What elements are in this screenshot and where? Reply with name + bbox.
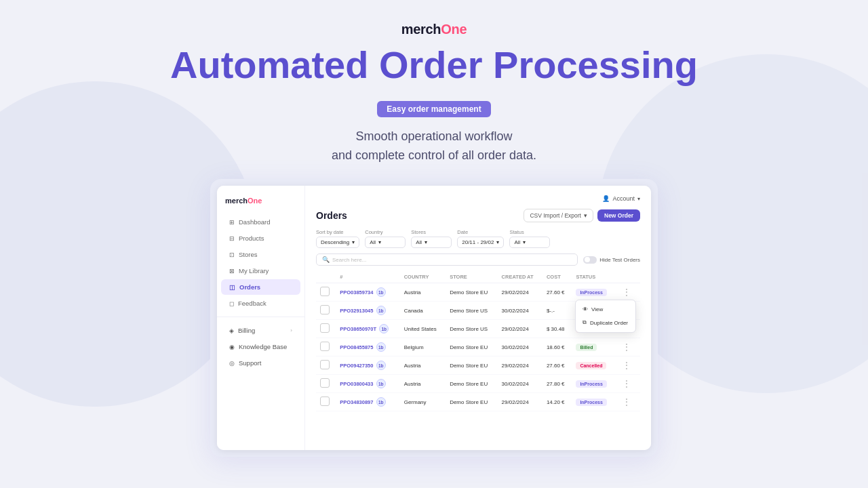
library-icon: ⊠ bbox=[229, 268, 235, 274]
new-order-button[interactable]: New Order bbox=[597, 209, 640, 222]
easy-order-badge: Easy order management bbox=[377, 101, 490, 117]
more-options-button[interactable]: ⋮ bbox=[620, 286, 633, 298]
orders-table: # COUNTRY STORE CREATED AT COST STATUS P… bbox=[316, 271, 640, 411]
status-select[interactable]: All ▾ bbox=[509, 237, 550, 248]
row-cost: 27.60 € bbox=[542, 357, 572, 375]
filters-row: Sort by date Descending ▾ Country All ▾ bbox=[316, 229, 640, 248]
stores-icon: ⊡ bbox=[229, 251, 235, 258]
products-icon: ⊟ bbox=[229, 235, 235, 242]
col-checkbox bbox=[316, 271, 336, 283]
row-actions[interactable]: ⋮ bbox=[616, 393, 640, 411]
col-store: STORE bbox=[446, 271, 497, 283]
order-id[interactable]: PPO03859734 bbox=[340, 289, 373, 296]
row-checkbox[interactable] bbox=[320, 287, 330, 296]
search-box[interactable]: 🔍 Search here... bbox=[316, 253, 578, 266]
duplicate-icon: ⧉ bbox=[583, 319, 587, 326]
status-badge: InProcess bbox=[576, 289, 606, 296]
order-id[interactable]: PPO03800433 bbox=[340, 381, 373, 387]
row-checkbox[interactable] bbox=[320, 342, 330, 351]
more-options-button[interactable]: ⋮ bbox=[620, 341, 633, 353]
date-filter: Date 20/11 - 29/02 ▾ bbox=[457, 229, 504, 248]
sidebar-item-label: Products bbox=[239, 235, 264, 242]
order-id[interactable]: PPO34830897 bbox=[340, 399, 373, 405]
row-created: 29/02/2024 bbox=[498, 320, 542, 338]
row-checkbox-cell bbox=[316, 320, 336, 338]
billing-icon: ◈ bbox=[229, 327, 234, 334]
date-select[interactable]: 20/11 - 29/02 ▾ bbox=[457, 237, 504, 248]
row-cost: 14.20 € bbox=[542, 393, 572, 411]
sidebar-item-stores[interactable]: ⊡ Stores bbox=[221, 247, 300, 262]
row-actions[interactable]: ⋮ bbox=[616, 357, 640, 375]
sidebar-item-library[interactable]: ⊠ My Library bbox=[221, 263, 300, 279]
table-row[interactable]: PPO34830897 1b Germany Demo Store EU 29/… bbox=[316, 393, 640, 411]
more-options-button[interactable]: ⋮ bbox=[620, 396, 633, 408]
knowledge-icon: ◉ bbox=[229, 344, 235, 350]
row-actions[interactable]: ⋮ bbox=[616, 283, 640, 302]
row-store: Demo Store EU bbox=[446, 393, 497, 411]
sidebar-item-feedback[interactable]: ◻ Feedback bbox=[221, 296, 300, 311]
status-badge: InProcess bbox=[576, 380, 606, 388]
context-menu-view[interactable]: 👁 View bbox=[576, 303, 635, 316]
toggle-switch[interactable] bbox=[583, 256, 597, 264]
row-created: 29/02/2024 bbox=[498, 393, 542, 411]
billing-expand-icon: › bbox=[290, 327, 292, 333]
table-row[interactable]: PPO03800433 1b Austria Demo Store EU 30/… bbox=[316, 375, 640, 393]
row-actions[interactable]: ⋮ bbox=[616, 338, 640, 357]
order-id[interactable]: PPO38650970T bbox=[340, 326, 376, 332]
sidebar-knowledge-label: Knowledge Base bbox=[239, 343, 287, 350]
row-cost: $ 30.48 bbox=[542, 320, 572, 338]
country-select[interactable]: All ▾ bbox=[365, 237, 406, 248]
sidebar-item-products[interactable]: ⊟ Products bbox=[221, 230, 300, 246]
sidebar-item-orders[interactable]: ◫ Orders bbox=[221, 279, 300, 295]
row-created: 29/02/2024 bbox=[498, 357, 542, 375]
orders-header: Orders CSV Import / Export ▾ New Order bbox=[316, 209, 640, 222]
row-checkbox[interactable] bbox=[320, 305, 330, 314]
stores-chevron-icon: ▾ bbox=[425, 239, 427, 245]
col-cost: COST bbox=[542, 271, 572, 283]
stores-select[interactable]: All ▾ bbox=[411, 237, 452, 248]
sidebar-item-support[interactable]: ◎ Support bbox=[221, 355, 300, 371]
app-card: merchOne ⊞ Dashboard ⊟ Products ⊡ Stores… bbox=[210, 179, 658, 457]
row-status: Cancelled bbox=[572, 357, 616, 375]
row-checkbox-cell bbox=[316, 302, 336, 320]
csv-import-export-button[interactable]: CSV Import / Export ▾ bbox=[524, 209, 593, 222]
row-checkbox[interactable] bbox=[320, 378, 330, 388]
sidebar-item-knowledgebase[interactable]: ◉ Knowledge Base bbox=[221, 339, 300, 354]
order-id[interactable]: PPO08455875 bbox=[340, 344, 373, 350]
row-actions[interactable]: ⋮ bbox=[616, 375, 640, 393]
row-cost: $-.- bbox=[542, 302, 572, 320]
row-checkbox[interactable] bbox=[320, 396, 330, 406]
row-checkbox[interactable] bbox=[320, 360, 330, 369]
dashboard-icon: ⊞ bbox=[229, 219, 235, 226]
status-badge: InProcess bbox=[576, 399, 606, 406]
row-checkbox[interactable] bbox=[320, 323, 330, 333]
top-logo: merchOne bbox=[401, 22, 467, 37]
sidebar-support-label: Support bbox=[239, 359, 261, 367]
table-row[interactable]: PPO09427350 1b Austria Demo Store EU 29/… bbox=[316, 357, 640, 375]
sort-select[interactable]: Descending ▾ bbox=[316, 237, 359, 248]
row-checkbox-cell bbox=[316, 283, 336, 302]
more-options-button[interactable]: ⋮ bbox=[620, 359, 633, 371]
row-id-cell: PPO34830897 1b bbox=[336, 393, 399, 411]
hide-test-toggle[interactable]: Hide Test Orders bbox=[583, 256, 640, 264]
row-country: Belgium bbox=[400, 338, 446, 357]
header-actions: CSV Import / Export ▾ New Order bbox=[524, 209, 640, 222]
table-row[interactable]: PPO03859734 1b Austria Demo Store EU 29/… bbox=[316, 283, 640, 302]
orders-icon: ◫ bbox=[229, 284, 235, 291]
order-id[interactable]: PPO32913045 bbox=[340, 308, 373, 314]
sidebar-item-label: My Library bbox=[239, 267, 269, 274]
order-id[interactable]: PPO09427350 bbox=[340, 363, 373, 369]
sidebar-item-label: Stores bbox=[239, 251, 257, 258]
more-options-button[interactable]: ⋮ bbox=[620, 378, 633, 390]
main-content: 👤 Account ▾ Orders CSV Import / Export ▾… bbox=[305, 186, 651, 450]
table-row[interactable]: PPO08455875 1b Belgium Demo Store EU 30/… bbox=[316, 338, 640, 357]
row-store: Demo Store US bbox=[446, 320, 497, 338]
sidebar-item-dashboard[interactable]: ⊞ Dashboard bbox=[221, 214, 300, 230]
search-row: 🔍 Search here... Hide Test Orders bbox=[316, 253, 640, 266]
context-menu-duplicate[interactable]: ⧉ Duplicate Order bbox=[576, 316, 635, 329]
page-wrapper: merchOne Automated Order Processing Easy… bbox=[0, 0, 868, 457]
row-id-cell: PPO03859734 1b bbox=[336, 283, 399, 302]
account-button[interactable]: 👤 Account ▾ bbox=[602, 195, 640, 202]
sidebar-item-billing[interactable]: ◈ Billing › bbox=[221, 323, 300, 338]
sidebar-item-label: Feedback bbox=[238, 300, 267, 307]
